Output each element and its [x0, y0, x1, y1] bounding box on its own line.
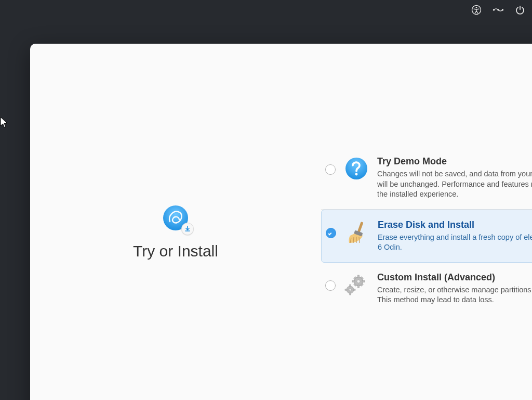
installer-window: Try or Install	[30, 44, 532, 400]
radio-checked-icon[interactable]	[326, 228, 336, 238]
svg-rect-22	[350, 285, 351, 287]
download-badge-icon	[181, 223, 194, 235]
option-custom-install[interactable]: Custom Install (Advanced) Create, resize…	[321, 263, 532, 315]
svg-rect-14	[352, 280, 355, 282]
svg-rect-25	[353, 289, 355, 290]
option-desc: Changes will not be saved, and data from…	[377, 169, 532, 200]
gears-icon	[344, 272, 369, 297]
svg-rect-24	[345, 289, 347, 290]
svg-rect-23	[350, 293, 351, 295]
page-title: Try or Install	[133, 242, 218, 260]
option-desc: Create, resize, or otherwise manage part…	[377, 285, 532, 305]
top-bar	[471, 0, 532, 18]
accessibility-icon[interactable]	[471, 4, 482, 16]
elementary-logo-icon	[162, 204, 190, 232]
radio-unchecked-icon[interactable]	[325, 164, 336, 175]
install-options: Try Demo Mode Changes will not be saved,…	[321, 147, 532, 315]
power-icon[interactable]	[514, 4, 526, 16]
svg-point-1	[476, 7, 477, 8]
svg-rect-15	[362, 280, 365, 282]
broom-icon	[344, 220, 369, 244]
radio-unchecked-icon[interactable]	[325, 280, 336, 291]
svg-point-11	[357, 280, 360, 283]
svg-point-7	[355, 173, 358, 176]
svg-rect-12	[358, 275, 360, 278]
option-try-demo[interactable]: Try Demo Mode Changes will not be saved,…	[321, 147, 532, 210]
left-pane: Try or Install	[30, 44, 321, 400]
svg-rect-13	[358, 285, 360, 288]
option-title: Custom Install (Advanced)	[377, 272, 532, 283]
svg-point-21	[349, 289, 351, 291]
option-erase-install[interactable]: Erase Disk and Install Erase everything …	[321, 210, 532, 263]
question-icon	[344, 156, 369, 181]
mouse-cursor-icon	[0, 117, 9, 129]
option-title: Erase Disk and Install	[378, 220, 532, 230]
network-icon[interactable]	[493, 4, 504, 16]
option-desc: Erase everything and install a fresh cop…	[378, 233, 532, 253]
option-title: Try Demo Mode	[377, 156, 532, 167]
